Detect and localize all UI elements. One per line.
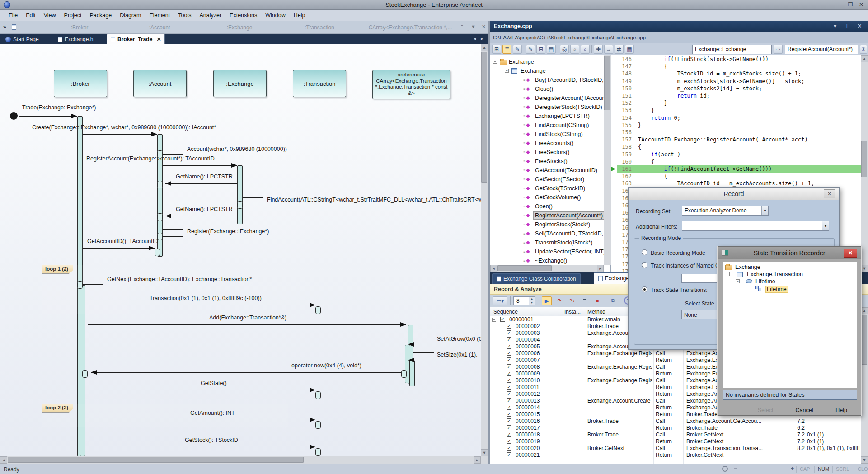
lifeline-head-Transaction[interactable]: :Transaction xyxy=(293,70,346,97)
lifeline-toolbar-label[interactable]: :Transaction xyxy=(305,24,334,31)
table-row[interactable]: ✓00000017ReturnBroker.Trade6.2 xyxy=(490,425,861,432)
step-into-button[interactable]: ↷↓ xyxy=(567,296,577,305)
tree-item[interactable]: ◆GetAccount(TAccountID) xyxy=(490,166,610,174)
row-checkbox[interactable]: ✓ xyxy=(507,405,511,410)
tree-item[interactable]: ◆DeregisterAccount(TAccountII xyxy=(490,94,610,102)
lifeline-toolbar-label[interactable]: :Exchange xyxy=(227,24,253,31)
chevron-down-icon[interactable]: ▾ xyxy=(761,206,768,215)
tab-close-icon[interactable]: ✕ xyxy=(156,36,161,42)
diagram-hscrollbar[interactable]: ◂ ▸ xyxy=(0,456,481,464)
message-label[interactable]: GetStock(): TStockID xyxy=(185,437,238,443)
row-checkbox[interactable]: ✓ xyxy=(507,439,511,444)
message-label[interactable]: Transaction(0x1 (1), 0x1 (1), 0xffffff9c… xyxy=(150,295,262,301)
lifeline-toolbar-label[interactable]: :Account xyxy=(149,24,170,31)
table-vscrollbar[interactable]: ▲ ▼ xyxy=(861,307,868,464)
tree-item[interactable]: ◆TransmitStock(IStock*) xyxy=(490,239,610,247)
menu-item-edit[interactable]: Edit xyxy=(22,11,40,19)
state-transitions-radio[interactable] xyxy=(642,286,647,292)
state-tree-item[interactable]: Exchange xyxy=(723,263,857,271)
message-label[interactable]: SetAtGrow(0x0 (0 xyxy=(437,336,482,342)
menu-item-extensions[interactable]: Extensions xyxy=(225,11,261,19)
expander-icon[interactable]: − xyxy=(736,279,740,283)
analyzer-icon[interactable]: ✚ xyxy=(594,45,603,54)
help-button[interactable]: Help xyxy=(826,407,857,413)
sequence-diagram-canvas[interactable]: :Broker:Account:Exchange:Transaction«ref… xyxy=(0,44,488,456)
panel-pin-icon[interactable]: ⊺ xyxy=(845,21,849,32)
panel-collapse-icon[interactable]: ▾ xyxy=(834,21,836,32)
row-checkbox[interactable]: ✓ xyxy=(507,371,511,376)
state-tree-item[interactable]: Lifetime xyxy=(723,285,857,292)
filters-combo[interactable]: ▾ xyxy=(682,221,829,231)
stop-button[interactable]: ■ xyxy=(592,296,602,305)
tree-item[interactable]: ◆Close() xyxy=(490,85,610,93)
diagram-vscrollbar[interactable]: ▲ ▼ xyxy=(481,44,488,456)
minimize-button[interactable]: – xyxy=(835,1,844,9)
record-dialog-close-button[interactable]: ✕ xyxy=(824,189,835,198)
tree-item[interactable]: ◆GetStock(TStockID) xyxy=(490,184,610,192)
copy-button[interactable]: ⧉ xyxy=(608,296,618,305)
tab-scroll-left-icon[interactable]: ◂ xyxy=(474,36,476,42)
menu-item-package[interactable]: Package xyxy=(85,11,116,19)
lifebar-button-2[interactable]: ✕ xyxy=(482,24,486,30)
row-checkbox[interactable]: ✓ xyxy=(507,391,511,396)
lifeline-toolbar-label[interactable]: :Broker xyxy=(71,24,89,31)
menu-item-window[interactable]: Window xyxy=(261,11,289,19)
message-label[interactable]: operator new(0x4 (4), void*) xyxy=(291,362,361,369)
tree-item[interactable]: ◆RegisterAccount(Account*) xyxy=(490,211,610,220)
expander-icon[interactable]: − xyxy=(726,272,730,276)
menu-item-file[interactable]: File xyxy=(5,11,22,19)
tab-start-page[interactable]: Start Page xyxy=(2,35,42,44)
find-icon[interactable]: ◎ xyxy=(560,45,569,54)
tree-item[interactable]: ◆GetStockVolume() xyxy=(490,193,610,202)
lifeline-head-Account[interactable]: :Account xyxy=(133,70,187,97)
expander-icon[interactable]: − xyxy=(493,60,497,64)
message-label[interactable]: GetName(): LPCTSTR xyxy=(176,174,233,180)
state-tree-item[interactable]: −Lifetime xyxy=(723,278,857,285)
save-icon[interactable]: ▦ xyxy=(625,45,634,54)
step-over-button[interactable]: ↷ xyxy=(554,296,564,305)
message-label[interactable]: Add(Exchange::Transaction*&) xyxy=(209,314,286,321)
tree-item[interactable]: −Exchange xyxy=(490,58,610,66)
panel-close-icon[interactable]: ✕ xyxy=(857,21,862,32)
tree-item[interactable]: ◆UpdateSector(ESector, INT) xyxy=(490,248,610,256)
row-checkbox[interactable]: ✓ xyxy=(507,418,511,423)
row-checkbox[interactable]: ✓ xyxy=(507,344,511,349)
message-label[interactable]: Register(Exchange::IExchange*) xyxy=(187,228,269,235)
method-combo[interactable]: RegisterAccount(Account*) xyxy=(785,45,858,54)
chevron-down-icon[interactable]: ▾ xyxy=(822,221,829,230)
toolbar-overflow-icon[interactable]: » xyxy=(3,24,6,30)
row-checkbox[interactable]: ✓ xyxy=(507,385,511,390)
new-doc-icon[interactable]: ▤ xyxy=(547,45,556,54)
menu-item-help[interactable]: Help xyxy=(290,11,310,19)
row-checkbox[interactable]: ✓ xyxy=(507,324,511,329)
goto-line-icon[interactable]: → xyxy=(604,45,613,54)
named-instances-radio[interactable] xyxy=(642,262,647,268)
edit-icon[interactable]: ✎ xyxy=(526,45,535,54)
row-checkbox[interactable]: ✓ xyxy=(507,452,511,457)
lifeline-head-Exchange[interactable]: :Exchange xyxy=(213,70,267,97)
message-label[interactable]: GetName(): LPCTSTR xyxy=(176,206,233,212)
properties-icon[interactable]: ✎ xyxy=(513,45,522,54)
zoom-in-icon[interactable]: + xyxy=(791,465,794,472)
copy-doc-icon[interactable]: ⊟ xyxy=(536,45,545,54)
search-doc-icon[interactable]: ⌕ xyxy=(570,45,579,54)
message-label[interactable]: GetAmount(): INT xyxy=(190,410,235,416)
frame-spinner[interactable]: 8▲▼ xyxy=(513,296,535,305)
state-tree-item[interactable]: −Exchange.Transaction xyxy=(723,271,857,278)
state-tree[interactable]: Exchange−Exchange.Transaction−LifetimeLi… xyxy=(723,262,857,388)
diagram-icon[interactable] xyxy=(12,24,16,30)
message-label[interactable]: GetNext(Exchange::TAccountID): Exchange:… xyxy=(107,276,252,282)
tree-item[interactable]: ◆Exchange(LPCTSTR) xyxy=(490,112,610,120)
column-separator[interactable] xyxy=(585,307,585,316)
menu-item-view[interactable]: View xyxy=(40,11,60,19)
structure-icon[interactable]: ⊞ xyxy=(492,45,501,54)
search-next-icon[interactable]: ⌕ xyxy=(581,45,590,54)
row-checkbox[interactable]: ✓ xyxy=(507,330,511,335)
column-header-insta[interactable]: Insta... xyxy=(564,309,581,315)
tree-item[interactable]: ◆DeregisterStock(TStockID) xyxy=(490,103,610,111)
menu-item-project[interactable]: Project xyxy=(60,11,86,19)
row-checkbox[interactable]: ✓ xyxy=(507,412,511,417)
recording-set-combo[interactable]: Execution Analyzer Demo ▾ xyxy=(682,206,769,216)
tab-scroll-right-icon[interactable]: ▸ xyxy=(481,36,483,42)
tree-item[interactable]: ◆Sell(TAccountID, TStockID, UI xyxy=(490,230,610,238)
